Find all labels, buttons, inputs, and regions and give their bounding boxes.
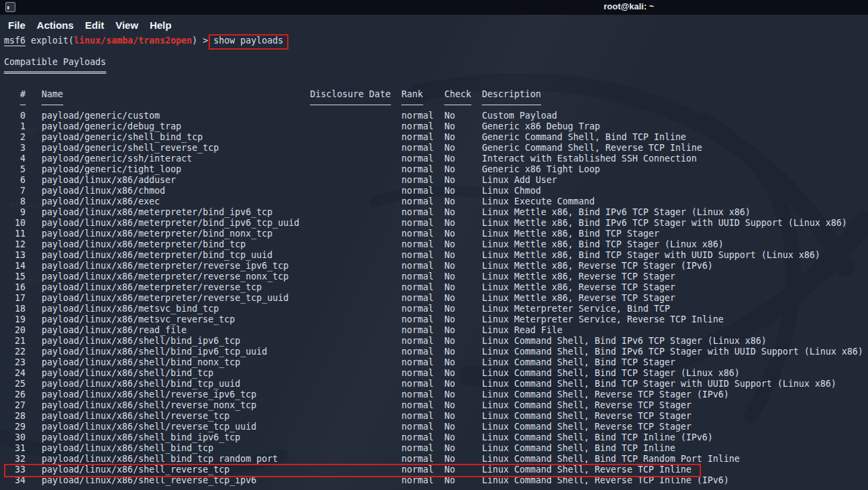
menu-bar: File Actions Edit View Help bbox=[0, 15, 868, 35]
prompt-program: msf6 bbox=[4, 36, 25, 46]
window-title: root@kali: ~ bbox=[604, 1, 654, 11]
title-bar: ▖ root@kali: ~ bbox=[0, 0, 868, 15]
menu-help[interactable]: Help bbox=[150, 19, 172, 31]
prompt-module-path: linux/samba/trans2open bbox=[74, 36, 192, 46]
menu-edit[interactable]: Edit bbox=[85, 19, 104, 31]
menu-actions[interactable]: Actions bbox=[37, 19, 74, 31]
menu-view[interactable]: View bbox=[115, 19, 138, 31]
terminal-output[interactable]: msf6 exploit(linux/samba/trans2open) > s… bbox=[4, 36, 863, 486]
terminal-icon: ▖ bbox=[5, 2, 15, 12]
menu-file[interactable]: File bbox=[8, 19, 25, 31]
terminal-window: Trash File System Home ▖ root@kali: ~ Fi… bbox=[0, 0, 868, 490]
typed-command: show payloads bbox=[213, 36, 283, 46]
terminal-icon-glyph: ▖ bbox=[7, 3, 11, 11]
